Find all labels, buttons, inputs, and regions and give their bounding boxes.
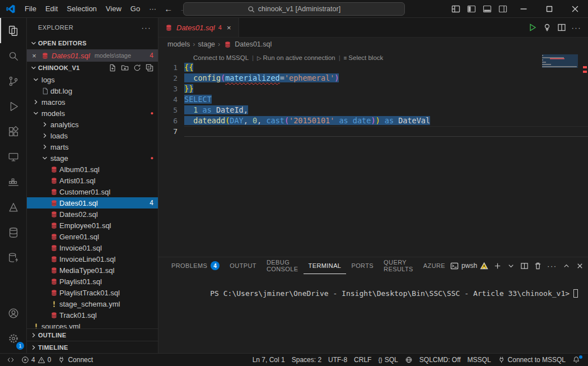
connect-status[interactable]: Connect bbox=[54, 354, 96, 366]
collapse-all-icon[interactable] bbox=[146, 64, 153, 72]
explorer-icon[interactable] bbox=[0, 18, 26, 43]
tree-item-invoiceline01-sql[interactable]: InvoiceLine01.sql bbox=[27, 253, 158, 265]
panel-tab-terminal[interactable]: TERMINAL bbox=[304, 257, 347, 274]
maximize-button[interactable] bbox=[536, 0, 562, 18]
refresh-icon[interactable] bbox=[133, 64, 141, 72]
remote-indicator-icon[interactable] bbox=[3, 354, 18, 366]
tree-item-invoice01-sql[interactable]: Invoice01.sql bbox=[27, 242, 158, 253]
code-line-2[interactable]: 2 config(materialized='ephemeral') bbox=[158, 73, 588, 84]
terminal-dropdown-icon[interactable] bbox=[507, 262, 515, 270]
outline-header[interactable]: OUTLINE bbox=[27, 328, 158, 341]
extensions-icon[interactable] bbox=[0, 119, 26, 144]
tree-item-dbt-log[interactable]: dbt.log bbox=[27, 85, 158, 96]
tree-item-customer01-sql[interactable]: Customer01.sql bbox=[27, 186, 158, 197]
back-button[interactable]: ← bbox=[164, 4, 172, 13]
minimize-button[interactable] bbox=[511, 0, 536, 18]
encoding[interactable]: UTF-8 bbox=[325, 354, 351, 366]
tree-item-playlist01-sql[interactable]: Playlist01.sql bbox=[27, 276, 158, 287]
split-terminal-button[interactable] bbox=[520, 262, 529, 270]
lightbulb-icon[interactable] bbox=[543, 23, 552, 32]
breadcrumb-models[interactable]: models bbox=[167, 40, 190, 48]
open-editors-header[interactable]: OPEN EDITORS bbox=[27, 37, 158, 49]
tree-item-marts[interactable]: marts bbox=[27, 141, 158, 152]
run-query-button[interactable] bbox=[528, 23, 537, 32]
codelens-connect-to-mssql[interactable]: Connect to MSSQL bbox=[193, 54, 249, 61]
command-center-search[interactable]: chinook_v1 [Administrator] bbox=[183, 2, 405, 16]
customize-layout-icon[interactable] bbox=[448, 2, 464, 16]
terminal-profile-item[interactable]: pwsh bbox=[450, 262, 488, 270]
panel-tab-debug-console[interactable]: DEBUG CONSOLE bbox=[262, 257, 304, 274]
breadcrumb-stage[interactable]: stage bbox=[198, 40, 215, 48]
panel-tab-query-results[interactable]: QUERY RESULTS bbox=[379, 257, 418, 274]
tree-item-employee01-sql[interactable]: Employee01.sql bbox=[27, 220, 158, 231]
remote-explorer-icon[interactable] bbox=[0, 144, 26, 169]
database-icon[interactable] bbox=[0, 220, 26, 245]
maximize-panel-icon[interactable] bbox=[562, 262, 571, 270]
tree-item-macros[interactable]: macros bbox=[27, 96, 158, 108]
indentation[interactable]: Spaces: 2 bbox=[288, 354, 325, 366]
close-editor-icon[interactable]: × bbox=[30, 52, 38, 60]
toggle-panel-icon[interactable] bbox=[479, 2, 495, 16]
tree-item-track01-sql[interactable]: Track01.sql bbox=[27, 309, 158, 321]
sql-server-icon[interactable] bbox=[0, 245, 26, 270]
tree-item-loads[interactable]: loads bbox=[27, 130, 158, 141]
toggle-secondary-sidebar-icon[interactable] bbox=[495, 2, 511, 16]
cursor-position[interactable]: Ln 7, Col 1 bbox=[249, 354, 288, 366]
code-editor[interactable]: Connect to MSSQL|▷ Run on active connect… bbox=[158, 51, 588, 257]
panel-more-actions-icon[interactable]: ··· bbox=[547, 262, 557, 270]
minimap[interactable] bbox=[542, 54, 578, 70]
toggle-sidebar-icon[interactable] bbox=[464, 2, 479, 16]
source-control-icon[interactable] bbox=[0, 68, 26, 94]
tree-item-stage-schema-yml[interactable]: stage_schema.yml bbox=[27, 298, 158, 309]
azure-icon[interactable] bbox=[0, 194, 26, 220]
docker-icon[interactable] bbox=[0, 169, 26, 194]
tree-item-album01-sql[interactable]: Album01.sql bbox=[27, 164, 158, 175]
menu-file[interactable]: File bbox=[20, 4, 41, 13]
menu-selection[interactable]: Selection bbox=[62, 4, 101, 13]
tree-item-logs[interactable]: logs bbox=[27, 74, 158, 85]
close-window-button[interactable] bbox=[562, 0, 588, 18]
codelens-select-block[interactable]: ≡ Select block bbox=[344, 54, 384, 61]
code-line-6[interactable]: 6 dateadd(DAY, 0, cast('20150101' as dat… bbox=[158, 115, 588, 126]
tree-item-stage[interactable]: stage● bbox=[27, 152, 158, 164]
problems-status[interactable]: 4 0 bbox=[18, 354, 54, 366]
tree-item-sources-yml[interactable]: sources.yml bbox=[27, 321, 158, 328]
close-tab-icon[interactable]: × bbox=[225, 24, 233, 32]
terminal-output[interactable]: PS C:\Users\jminer\OneDrive - Insight\De… bbox=[158, 274, 588, 353]
editor-more-actions-icon[interactable]: ··· bbox=[572, 24, 582, 32]
workspace-header[interactable]: CHINOOK_V1 bbox=[27, 62, 158, 74]
new-terminal-button[interactable] bbox=[493, 262, 502, 270]
tree-item-playlisttrack01-sql[interactable]: PlaylistTrack01.sql bbox=[27, 287, 158, 298]
breadcrumb-file[interactable]: Dates01.sql bbox=[235, 40, 272, 48]
open-editor-item[interactable]: × Dates01.sql models\stage 4 bbox=[27, 49, 158, 62]
explorer-more-actions-icon[interactable]: ··· bbox=[142, 24, 152, 32]
panel-tab-problems[interactable]: PROBLEMS4 bbox=[166, 257, 225, 274]
tree-item-dates02-sql[interactable]: Dates02.sql bbox=[27, 209, 158, 220]
tree-item-models[interactable]: models● bbox=[27, 108, 158, 119]
tree-item-artist01-sql[interactable]: Artist01.sql bbox=[27, 175, 158, 186]
connect-to-mssql[interactable]: Connect to MSSQL bbox=[494, 354, 569, 366]
panel-tab-azure[interactable]: AZURE bbox=[418, 257, 450, 274]
code-line-7[interactable]: 7 bbox=[158, 126, 588, 137]
timeline-header[interactable]: TIMELINE bbox=[27, 341, 158, 353]
menu-edit[interactable]: Edit bbox=[41, 4, 62, 13]
settings-icon[interactable]: 1 bbox=[0, 326, 26, 351]
codelens-run-on-active-connection[interactable]: ▷ Run on active connection bbox=[257, 54, 335, 61]
account-icon[interactable] bbox=[0, 300, 26, 326]
run-and-debug-icon[interactable] bbox=[0, 94, 26, 119]
code-line-3[interactable]: 3}} bbox=[158, 84, 588, 94]
code-line-5[interactable]: 5 1 as DateId, bbox=[158, 105, 588, 115]
code-line-4[interactable]: 4SELECT bbox=[158, 94, 588, 105]
close-panel-icon[interactable] bbox=[576, 262, 584, 270]
tree-item-analytics[interactable]: analytics bbox=[27, 119, 158, 130]
globe-status[interactable] bbox=[402, 354, 416, 366]
kill-terminal-button[interactable] bbox=[534, 262, 542, 270]
menu-view[interactable]: View bbox=[101, 4, 126, 13]
new-file-icon[interactable] bbox=[109, 64, 116, 72]
mssql-status[interactable]: MSSQL bbox=[464, 354, 494, 366]
language-mode[interactable]: {}SQL bbox=[375, 354, 401, 366]
search-icon[interactable] bbox=[0, 43, 26, 68]
tree-item-mediatype01-sql[interactable]: MediaType01.sql bbox=[27, 265, 158, 276]
sqlcmd-status[interactable]: SQLCMD: Off bbox=[416, 354, 464, 366]
panel-tab-output[interactable]: OUTPUT bbox=[225, 257, 262, 274]
